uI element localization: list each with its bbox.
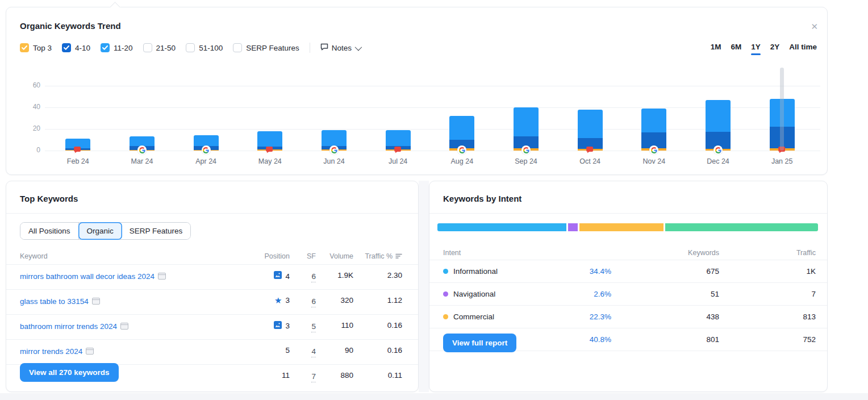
intent-traffic-value: 7 [719,290,816,298]
note-flag-icon[interactable] [394,145,403,155]
range-2y[interactable]: 2Y [770,43,780,55]
close-icon[interactable]: ✕ [811,22,818,31]
google-icon[interactable] [457,145,466,155]
serp-preview-icon[interactable] [92,298,100,305]
sf-value[interactable]: 7 [311,372,316,382]
filter-label: SERP Features [246,44,299,52]
col-position[interactable]: Position [241,252,290,260]
y-axis-label: 0 [21,146,40,154]
card-gap [419,181,429,392]
filter-11-20[interactable]: 11-20 [101,43,133,52]
time-range-selector: 1M6M1Y2YAll time [711,43,817,55]
range-all-time[interactable]: All time [789,43,817,55]
position-filters: Top 34-1011-2021-5051-100SERP FeaturesNo… [20,43,360,53]
intent-label-cell: Navigational [443,290,543,298]
filter-21-50[interactable]: 21-50 [143,43,176,52]
intent-segment-informational[interactable] [437,223,566,231]
intent-percent-link[interactable]: 34.4% [543,267,611,276]
sf-cell: 6 [290,296,316,306]
trend-title: Organic Keywords Trend [20,21,121,31]
google-icon[interactable] [202,145,211,155]
google-icon[interactable] [649,145,658,155]
table-row: glass table to 33154★363201.12 [6,289,418,314]
sf-cell: 6 [290,271,316,281]
intent-segment-transactional[interactable] [665,223,818,231]
keyword-link[interactable]: bathroom mirror trends 2024 [20,322,128,331]
filter-serp-features[interactable]: SERP Features [233,43,299,52]
filter-4-10[interactable]: 4-10 [62,43,90,52]
top-keywords-title: Top Keywords [20,194,78,203]
intent-row: Navigational2.6%517 [429,282,827,305]
checked-checkbox-icon [101,43,110,52]
keywords-by-intent-title: Keywords by Intent [443,194,521,203]
trend-chart: 0204060Feb 24Mar 24Apr 24May 24Jun 24Jul… [6,62,828,176]
volume-cell: 880 [316,371,353,380]
x-axis-label-jul-24: Jul 24 [373,157,424,165]
keyword-link[interactable]: mirror trends 2024 [20,347,94,356]
sf-value[interactable]: 6 [311,272,316,282]
volume-cell: 90 [316,346,353,355]
range-6m[interactable]: 6M [731,43,741,55]
x-axis-label-sep-24: Sep 24 [500,157,552,165]
x-axis-label-mar-24: Mar 24 [116,157,168,165]
col-traffic[interactable]: Traffic % [353,252,402,260]
intent-dot-icon [443,269,448,274]
intent-segment-commercial[interactable] [579,223,663,231]
serp-preview-icon[interactable] [158,273,166,280]
note-flag-icon[interactable] [73,145,82,155]
intent-dot-icon [443,291,448,297]
view-all-keywords-button[interactable]: View all 270 keywords [20,363,119,382]
sf-value[interactable]: 5 [311,322,316,332]
tab-organic[interactable]: Organic [78,222,122,240]
divider [429,213,827,214]
range-1m[interactable]: 1M [711,43,721,55]
serp-preview-icon[interactable] [120,323,128,330]
col-volume[interactable]: Volume [316,252,353,260]
col-keyword[interactable]: Keyword [20,252,241,260]
tab-serp-features[interactable]: SERP Features [122,223,191,239]
table-row: bathroom mirror trends 2024351100.16 [6,314,418,339]
sf-value[interactable]: 6 [311,297,316,307]
y-axis-label: 20 [21,124,40,132]
google-icon[interactable] [713,145,723,155]
traffic-cell: 0.16 [353,321,402,330]
filter-51-100[interactable]: 51-100 [186,43,223,52]
notes-bubble-icon [320,43,328,52]
notes-dropdown[interactable]: Notes [320,43,360,52]
page-background-strip [0,393,868,400]
x-axis-label-dec-24: Dec 24 [692,157,744,165]
filter-label: 11-20 [114,44,133,52]
intent-dot-icon [443,314,448,319]
position-value: 11 [282,371,290,380]
tab-all-positions[interactable]: All Positions [20,223,79,239]
featured-snippet-star-icon: ★ [274,296,282,305]
intent-segment-navigational[interactable] [568,223,578,231]
sf-value[interactable]: 4 [311,347,316,357]
keyword-link[interactable]: mirrors bathroom wall decor ideas 2024 [20,272,166,281]
keyword-link[interactable]: glass table to 33154 [20,297,100,306]
intent-percent-link[interactable]: 22.3% [543,312,611,321]
range-1y[interactable]: 1Y [751,43,761,55]
col-sf[interactable]: SF [290,252,316,260]
intent-traffic-value: 752 [719,335,816,344]
bar-dec-24[interactable] [706,100,731,151]
note-flag-icon[interactable] [265,145,274,155]
bar-sep-24[interactable] [514,107,539,151]
keyword-cell: mirrors bathroom wall decor ideas 2024 [20,271,241,283]
intent-label: Informational [453,267,498,276]
google-icon[interactable] [521,145,531,155]
bar-segment-11-20 [257,131,282,147]
filter-top-3[interactable]: Top 3 [20,43,52,52]
note-flag-icon[interactable] [586,145,595,155]
view-full-report-button[interactable]: View full report [443,334,516,352]
google-icon[interactable] [137,145,147,155]
x-axis-label-aug-24: Aug 24 [436,157,487,165]
intent-percent-link[interactable]: 2.6% [543,290,611,298]
serp-preview-icon[interactable] [86,348,94,355]
intent-percent-link[interactable]: 40.8% [543,335,611,344]
position-cell: 11 [241,371,290,380]
google-icon[interactable] [329,145,339,155]
intent-row: Commercial22.3%438813 [429,305,827,328]
bar-oct-24[interactable] [578,110,603,151]
bar-nov-24[interactable] [641,109,666,151]
